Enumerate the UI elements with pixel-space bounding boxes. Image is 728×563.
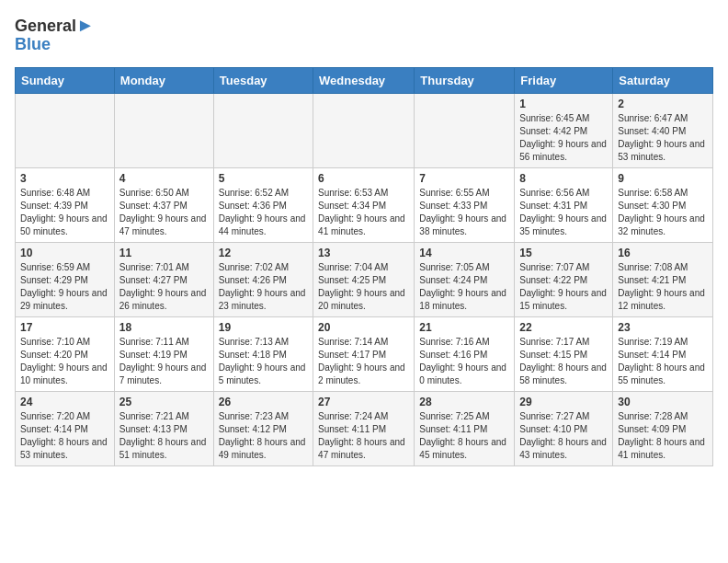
calendar-cell: 2Sunrise: 6:47 AM Sunset: 4:40 PM Daylig… xyxy=(613,93,713,167)
week-row-4: 17Sunrise: 7:10 AM Sunset: 4:20 PM Dayli… xyxy=(16,316,713,391)
calendar-cell: 21Sunrise: 7:16 AM Sunset: 4:16 PM Dayli… xyxy=(415,316,515,391)
top-section: General► Blue xyxy=(15,15,713,58)
calendar-table: SundayMondayTuesdayWednesdayThursdayFrid… xyxy=(15,67,713,466)
day-number: 24 xyxy=(20,396,109,408)
day-number: 10 xyxy=(20,247,109,259)
calendar-cell: 8Sunrise: 6:56 AM Sunset: 4:31 PM Daylig… xyxy=(515,167,613,242)
day-number: 12 xyxy=(219,247,308,259)
day-info: Sunrise: 6:53 AM Sunset: 4:34 PM Dayligh… xyxy=(318,187,409,238)
day-number: 18 xyxy=(119,321,209,334)
day-number: 9 xyxy=(618,172,708,185)
calendar-cell: 16Sunrise: 7:08 AM Sunset: 4:21 PM Dayli… xyxy=(613,242,713,316)
calendar-cell: 18Sunrise: 7:11 AM Sunset: 4:19 PM Dayli… xyxy=(114,316,213,391)
day-info: Sunrise: 6:47 AM Sunset: 4:40 PM Dayligh… xyxy=(618,112,708,164)
day-info: Sunrise: 7:10 AM Sunset: 4:20 PM Dayligh… xyxy=(20,336,109,387)
day-info: Sunrise: 7:01 AM Sunset: 4:27 PM Dayligh… xyxy=(119,261,209,313)
day-number: 14 xyxy=(419,247,509,259)
day-number: 3 xyxy=(20,172,109,185)
calendar-cell: 12Sunrise: 7:02 AM Sunset: 4:26 PM Dayli… xyxy=(213,242,313,316)
column-header-thursday: Thursday xyxy=(415,67,515,93)
day-info: Sunrise: 7:13 AM Sunset: 4:18 PM Dayligh… xyxy=(219,336,308,387)
day-number: 19 xyxy=(219,321,308,334)
day-number: 17 xyxy=(20,321,109,334)
day-number: 26 xyxy=(219,396,308,408)
calendar-cell xyxy=(16,93,115,167)
calendar-cell: 26Sunrise: 7:23 AM Sunset: 4:12 PM Dayli… xyxy=(213,391,313,465)
calendar-cell: 19Sunrise: 7:13 AM Sunset: 4:18 PM Dayli… xyxy=(213,316,313,391)
calendar-body: 1Sunrise: 6:45 AM Sunset: 4:42 PM Daylig… xyxy=(16,93,713,465)
day-number: 27 xyxy=(318,396,409,408)
day-number: 28 xyxy=(419,396,509,408)
calendar-header-row: SundayMondayTuesdayWednesdayThursdayFrid… xyxy=(16,67,713,93)
day-number: 2 xyxy=(618,98,708,110)
calendar-cell: 1Sunrise: 6:45 AM Sunset: 4:42 PM Daylig… xyxy=(515,93,613,167)
calendar-cell: 11Sunrise: 7:01 AM Sunset: 4:27 PM Dayli… xyxy=(114,242,213,316)
day-info: Sunrise: 6:56 AM Sunset: 4:31 PM Dayligh… xyxy=(519,187,608,238)
day-info: Sunrise: 7:07 AM Sunset: 4:22 PM Dayligh… xyxy=(519,261,608,313)
day-info: Sunrise: 7:25 AM Sunset: 4:11 PM Dayligh… xyxy=(419,410,509,462)
calendar-cell: 10Sunrise: 6:59 AM Sunset: 4:29 PM Dayli… xyxy=(16,242,115,316)
calendar-cell: 28Sunrise: 7:25 AM Sunset: 4:11 PM Dayli… xyxy=(415,391,515,465)
day-info: Sunrise: 7:17 AM Sunset: 4:15 PM Dayligh… xyxy=(519,336,608,387)
day-number: 15 xyxy=(519,247,608,259)
day-number: 21 xyxy=(419,321,509,334)
day-number: 29 xyxy=(519,396,608,408)
column-header-friday: Friday xyxy=(515,67,613,93)
logo: General► Blue xyxy=(15,15,95,54)
day-info: Sunrise: 6:59 AM Sunset: 4:29 PM Dayligh… xyxy=(20,261,109,313)
day-info: Sunrise: 6:52 AM Sunset: 4:36 PM Dayligh… xyxy=(219,187,308,238)
day-number: 5 xyxy=(219,172,308,185)
day-info: Sunrise: 7:23 AM Sunset: 4:12 PM Dayligh… xyxy=(219,410,308,462)
calendar-cell xyxy=(415,93,515,167)
day-info: Sunrise: 6:45 AM Sunset: 4:42 PM Dayligh… xyxy=(519,112,608,164)
calendar-cell: 17Sunrise: 7:10 AM Sunset: 4:20 PM Dayli… xyxy=(16,316,115,391)
calendar-cell xyxy=(313,93,415,167)
day-info: Sunrise: 6:58 AM Sunset: 4:30 PM Dayligh… xyxy=(618,187,708,238)
calendar-cell: 7Sunrise: 6:55 AM Sunset: 4:33 PM Daylig… xyxy=(415,167,515,242)
calendar-cell: 24Sunrise: 7:20 AM Sunset: 4:14 PM Dayli… xyxy=(16,391,115,465)
column-header-saturday: Saturday xyxy=(613,67,713,93)
day-info: Sunrise: 7:28 AM Sunset: 4:09 PM Dayligh… xyxy=(618,410,708,462)
day-info: Sunrise: 7:04 AM Sunset: 4:25 PM Dayligh… xyxy=(318,261,409,313)
calendar-cell: 4Sunrise: 6:50 AM Sunset: 4:37 PM Daylig… xyxy=(114,167,213,242)
week-row-1: 1Sunrise: 6:45 AM Sunset: 4:42 PM Daylig… xyxy=(16,93,713,167)
day-number: 1 xyxy=(519,98,608,110)
day-number: 13 xyxy=(318,247,409,259)
calendar-cell: 13Sunrise: 7:04 AM Sunset: 4:25 PM Dayli… xyxy=(313,242,415,316)
calendar-cell: 23Sunrise: 7:19 AM Sunset: 4:14 PM Dayli… xyxy=(613,316,713,391)
day-number: 20 xyxy=(318,321,409,334)
calendar-cell: 27Sunrise: 7:24 AM Sunset: 4:11 PM Dayli… xyxy=(313,391,415,465)
day-info: Sunrise: 7:11 AM Sunset: 4:19 PM Dayligh… xyxy=(119,336,209,387)
day-number: 11 xyxy=(119,247,209,259)
day-info: Sunrise: 7:24 AM Sunset: 4:11 PM Dayligh… xyxy=(318,410,409,462)
column-header-sunday: Sunday xyxy=(16,67,115,93)
column-header-wednesday: Wednesday xyxy=(313,67,415,93)
day-info: Sunrise: 7:05 AM Sunset: 4:24 PM Dayligh… xyxy=(419,261,509,313)
calendar-cell: 9Sunrise: 6:58 AM Sunset: 4:30 PM Daylig… xyxy=(613,167,713,242)
calendar-cell xyxy=(213,93,313,167)
calendar-cell: 6Sunrise: 6:53 AM Sunset: 4:34 PM Daylig… xyxy=(313,167,415,242)
week-row-2: 3Sunrise: 6:48 AM Sunset: 4:39 PM Daylig… xyxy=(16,167,713,242)
calendar-cell: 14Sunrise: 7:05 AM Sunset: 4:24 PM Dayli… xyxy=(415,242,515,316)
day-info: Sunrise: 6:55 AM Sunset: 4:33 PM Dayligh… xyxy=(419,187,509,238)
calendar-cell: 15Sunrise: 7:07 AM Sunset: 4:22 PM Dayli… xyxy=(515,242,613,316)
day-info: Sunrise: 7:16 AM Sunset: 4:16 PM Dayligh… xyxy=(419,336,509,387)
calendar-cell: 5Sunrise: 6:52 AM Sunset: 4:36 PM Daylig… xyxy=(213,167,313,242)
day-number: 16 xyxy=(618,247,708,259)
day-number: 22 xyxy=(519,321,608,334)
day-info: Sunrise: 7:27 AM Sunset: 4:10 PM Dayligh… xyxy=(519,410,608,462)
column-header-monday: Monday xyxy=(114,67,213,93)
day-number: 23 xyxy=(618,321,708,334)
day-number: 25 xyxy=(119,396,209,408)
calendar-cell: 25Sunrise: 7:21 AM Sunset: 4:13 PM Dayli… xyxy=(114,391,213,465)
day-number: 30 xyxy=(618,396,708,408)
calendar-cell: 20Sunrise: 7:14 AM Sunset: 4:17 PM Dayli… xyxy=(313,316,415,391)
calendar-cell: 29Sunrise: 7:27 AM Sunset: 4:10 PM Dayli… xyxy=(515,391,613,465)
day-info: Sunrise: 7:02 AM Sunset: 4:26 PM Dayligh… xyxy=(219,261,308,313)
calendar-cell xyxy=(114,93,213,167)
day-number: 6 xyxy=(318,172,409,185)
day-info: Sunrise: 7:19 AM Sunset: 4:14 PM Dayligh… xyxy=(618,336,708,387)
calendar-cell: 3Sunrise: 6:48 AM Sunset: 4:39 PM Daylig… xyxy=(16,167,115,242)
week-row-5: 24Sunrise: 7:20 AM Sunset: 4:14 PM Dayli… xyxy=(16,391,713,465)
day-info: Sunrise: 7:14 AM Sunset: 4:17 PM Dayligh… xyxy=(318,336,409,387)
